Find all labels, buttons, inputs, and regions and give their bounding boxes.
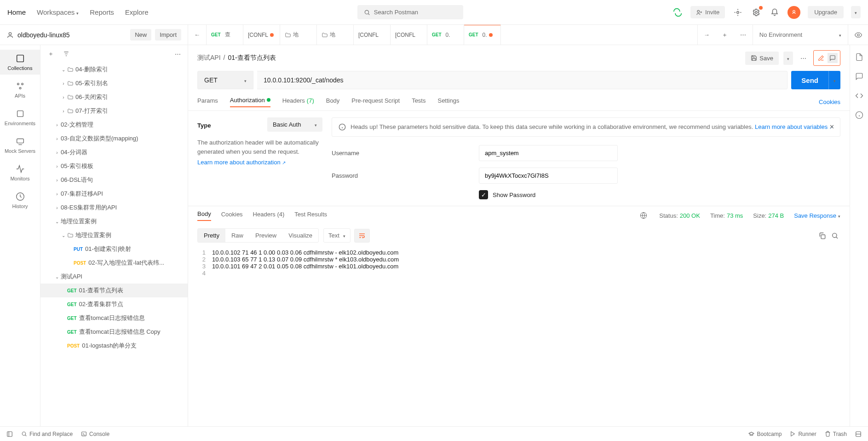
tab-settings[interactable]: Settings <box>437 97 459 107</box>
copy-icon[interactable] <box>816 230 828 241</box>
auth-learn-link[interactable]: Learn more about authorization ↗ <box>197 159 286 166</box>
notifications-icon[interactable] <box>769 7 780 18</box>
resp-tab-headers[interactable]: Headers (4) <box>253 211 285 220</box>
crumb-more[interactable]: ⋯ <box>798 52 809 64</box>
tree-item[interactable]: ›02-文档管理 <box>40 118 188 132</box>
cookies-link[interactable]: Cookies <box>819 99 840 105</box>
tab-prev[interactable]: ← <box>188 25 207 45</box>
layout-toggle-icon[interactable] <box>855 431 862 437</box>
tree-item[interactable]: POST02-写入地理位置-lat代表纬... <box>40 256 188 270</box>
tree-item[interactable]: GET02-查看集群节点 <box>40 297 188 311</box>
view-raw[interactable]: Raw <box>225 229 249 242</box>
tab-authorization[interactable]: Authorization <box>230 97 270 107</box>
url-input[interactable]: 10.0.0.101:9200/_cat/nodes <box>257 71 788 89</box>
tree-item[interactable]: ⌄04-删除索引 <box>40 63 188 76</box>
bootcamp-button[interactable]: Bootcamp <box>748 431 782 437</box>
response-body[interactable]: 110.0.0.102 71 46 1 0.00 0.03 0.06 cdfhi… <box>188 246 850 279</box>
save-caret[interactable] <box>783 52 793 65</box>
upgrade-caret[interactable] <box>851 6 861 18</box>
tree-item[interactable]: PUT01-创建索引|映射 <box>40 242 188 256</box>
response-type-select[interactable]: Text <box>323 228 351 243</box>
alert-close-icon[interactable]: ✕ <box>829 123 834 130</box>
request-tab[interactable]: GET0. <box>427 25 464 45</box>
globe-icon[interactable] <box>638 210 649 221</box>
tab-body[interactable]: Body <box>326 97 340 107</box>
request-tab[interactable]: 地 <box>280 25 317 45</box>
view-pretty[interactable]: Pretty <box>198 229 225 242</box>
tree-item[interactable]: GET查看tomcat日志报错信息 <box>40 311 188 325</box>
nav-home[interactable]: Home <box>7 8 26 16</box>
tree-item[interactable]: ⌄测试API <box>40 270 188 284</box>
tab-more[interactable]: ⋯ <box>734 25 753 45</box>
settings-icon[interactable] <box>751 7 762 18</box>
tree-item[interactable]: ›04-分词器 <box>40 145 188 159</box>
nav-workspaces[interactable]: Workspaces <box>37 8 79 16</box>
rail-environments[interactable]: Environments <box>0 105 40 130</box>
docs-icon[interactable] <box>854 52 865 63</box>
import-button[interactable]: Import <box>155 29 181 41</box>
code-icon[interactable] <box>854 90 865 101</box>
environment-selector[interactable]: No Environment <box>753 25 848 45</box>
sidebar-toggle-icon[interactable] <box>6 431 13 437</box>
method-select[interactable]: GET <box>197 71 253 89</box>
runner-button[interactable]: Runner <box>790 431 816 437</box>
console-button[interactable]: Console <box>81 431 109 437</box>
info-rail-icon[interactable] <box>854 110 865 121</box>
tree-more-icon[interactable]: ⋯ <box>172 48 183 59</box>
upgrade-button[interactable]: Upgrade <box>808 6 844 18</box>
tree-item[interactable]: ›03-自定义数据类型(mapping) <box>40 132 188 145</box>
save-button[interactable]: Save <box>745 52 779 65</box>
auth-type-select[interactable]: Basic Auth <box>267 117 322 132</box>
view-mode-toggle[interactable] <box>813 50 840 66</box>
env-preview-icon[interactable] <box>848 25 868 45</box>
tree-item[interactable]: POST01-logstash的单分支 <box>40 339 188 353</box>
find-replace[interactable]: Find and Replace <box>21 431 73 437</box>
tree-item[interactable]: ⌄地理位置案例 <box>40 215 188 228</box>
tree-item[interactable]: ›07-打开索引 <box>40 104 188 118</box>
resp-tab-tests[interactable]: Test Results <box>294 211 327 220</box>
password-input[interactable] <box>479 168 618 184</box>
rail-monitors[interactable]: Monitors <box>0 160 40 185</box>
add-icon[interactable]: ＋ <box>45 48 56 59</box>
request-tab[interactable]: 地 <box>317 25 354 45</box>
sync-icon[interactable] <box>672 7 683 18</box>
collection-tree[interactable]: ⌄04-删除索引›05-索引别名›06-关闭索引›07-打开索引›02-文档管理… <box>40 63 188 426</box>
show-password-checkbox[interactable]: ✓ <box>479 190 488 199</box>
nav-explore[interactable]: Explore <box>125 8 149 16</box>
tab-tests[interactable]: Tests <box>412 97 425 107</box>
tree-item[interactable]: ⌄地理位置案例 <box>40 228 188 242</box>
filter-icon[interactable] <box>61 48 72 59</box>
request-tab[interactable]: [CONFL <box>354 25 391 45</box>
nav-reports[interactable]: Reports <box>90 8 114 16</box>
edit-icon[interactable] <box>816 53 826 63</box>
avatar[interactable] <box>788 6 800 19</box>
tree-item[interactable]: GET查看tomcat日志报错信息 Copy <box>40 325 188 339</box>
tab-next[interactable]: → <box>697 25 716 45</box>
variables-learn-link[interactable]: Learn more about variables ↗ <box>755 123 833 130</box>
invite-button[interactable]: Invite <box>690 6 725 18</box>
tree-item[interactable]: ›06-DSL语句 <box>40 173 188 187</box>
rail-collections[interactable]: Collections <box>0 50 40 75</box>
search-response-icon[interactable] <box>829 230 840 241</box>
save-response-button[interactable]: Save Response <box>794 212 840 219</box>
tab-params[interactable]: Params <box>197 97 218 107</box>
search-input[interactable]: Search Postman <box>357 5 463 19</box>
rail-apis[interactable]: APIs <box>0 77 40 102</box>
request-tab[interactable]: GET查 <box>207 25 243 45</box>
comment-icon[interactable] <box>828 53 838 63</box>
tree-item[interactable]: ›05-索引别名 <box>40 76 188 90</box>
view-preview[interactable]: Preview <box>249 229 282 242</box>
workspace-name[interactable]: oldboyedu-linux85 <box>17 31 126 39</box>
new-button[interactable]: New <box>130 29 151 41</box>
wrap-lines-icon[interactable] <box>354 229 370 243</box>
tree-item[interactable]: ›08-ES集群常用的API <box>40 201 188 215</box>
request-tab[interactable]: GET0. <box>464 25 501 45</box>
tab-add[interactable]: ＋ <box>716 25 734 45</box>
tree-item[interactable]: GET01-查看节点列表 <box>40 284 188 297</box>
tree-item[interactable]: ›06-关闭索引 <box>40 90 188 104</box>
request-tab[interactable]: [CONFL <box>391 25 427 45</box>
capture-icon[interactable] <box>732 7 743 18</box>
rail-history[interactable]: History <box>0 188 40 213</box>
resp-tab-body[interactable]: Body <box>197 210 211 221</box>
tab-prerequest[interactable]: Pre-request Script <box>351 97 400 107</box>
